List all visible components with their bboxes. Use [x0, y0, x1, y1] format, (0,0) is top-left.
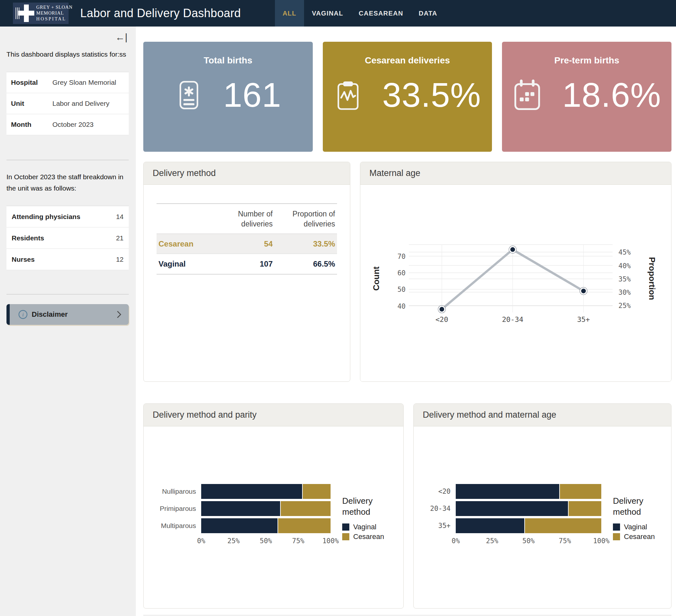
content-cutoff-line — [143, 615, 671, 615]
row-value: 21 — [116, 234, 123, 242]
x-tick-label: 35+ — [577, 316, 590, 324]
kpi-cesarean-deliveries: Cesarean deliveries 33.5% — [323, 42, 492, 152]
legend-swatch-icon — [342, 533, 349, 540]
bar-segment-cesarean[interactable] — [568, 501, 602, 516]
x-tick-label: 25% — [486, 537, 498, 545]
bar-segment-cesarean[interactable] — [280, 501, 331, 516]
page-title: Labor and Delivery Dashboard — [80, 6, 241, 20]
maternal-age-panel: Maternal age <20 20-34 35+ 40 50 60 70 2… — [360, 162, 671, 382]
legend-item: Vaginal — [613, 523, 671, 531]
y2-tick-label: 30% — [618, 289, 631, 296]
legend-label: Vaginal — [353, 523, 377, 531]
legend-swatch-icon — [342, 523, 349, 530]
staff-intro-text: In October 2023 the staff breakdown in t… — [6, 171, 129, 194]
bar-plot: Nulliparous Primiparous Multiparous 0%25… — [153, 484, 331, 551]
row-count: 54 — [210, 239, 273, 248]
table-row-vaginal: Vaginal 107 66.5% — [157, 254, 337, 274]
sidebar-divider — [6, 294, 129, 294]
bar-segment-cesarean[interactable] — [524, 518, 602, 533]
bar-segment-vaginal[interactable] — [201, 501, 280, 516]
bar-row: Primiparous — [153, 501, 331, 516]
disclaimer-button[interactable]: i Disclaimer — [6, 304, 129, 325]
row-label: Nurses — [12, 256, 35, 263]
col-header: Proportion of deliveries — [273, 209, 335, 229]
tab-data[interactable]: DATA — [411, 0, 445, 26]
category-label: Nulliparous — [153, 488, 201, 495]
table-header-row: Number of deliveries Proportion of deliv… — [157, 204, 337, 234]
data-point[interactable] — [510, 246, 516, 253]
tab-caesarean[interactable]: CAESAREAN — [351, 0, 411, 26]
kpi-total-births: Total births 161 — [143, 42, 313, 152]
bar-segment-cesarean[interactable] — [559, 484, 602, 499]
row-label: Vaginal — [159, 260, 210, 269]
data-point[interactable] — [439, 306, 445, 312]
panel-title: Maternal age — [360, 162, 671, 185]
x-axis: 0%25%50%75%100% — [456, 537, 601, 551]
clipboard-pulse-icon — [334, 78, 362, 113]
legend-item: Cesarean — [342, 533, 400, 541]
bar-row: Nulliparous — [153, 484, 331, 499]
y-tick-label: 50 — [397, 286, 406, 293]
row-value: 14 — [116, 213, 123, 221]
table-row-cesarean: Cesarean 54 33.5% — [157, 234, 337, 254]
dashboard-info-table: Hospital Grey Sloan Memorial Unit Labor … — [6, 72, 129, 135]
col-header: Number of deliveries — [210, 209, 273, 229]
kpi-value: 161 — [223, 75, 281, 115]
bar-segment-vaginal[interactable] — [456, 518, 524, 533]
bar-segment-vaginal[interactable] — [201, 484, 302, 499]
row-proportion: 33.5% — [273, 239, 335, 248]
delivery-parity-panel: Delivery method and parity Nulliparous P… — [143, 403, 404, 609]
delivery-method-table: Number of deliveries Proportion of deliv… — [157, 204, 337, 274]
bar-track — [456, 501, 601, 516]
app-header: GREY + SLOAN MEMORIAL HOSPITAL Labor and… — [0, 0, 676, 26]
x-tick-label: 100% — [323, 537, 339, 545]
bar-segment-vaginal[interactable] — [456, 484, 559, 499]
bar-segment-vaginal[interactable] — [456, 501, 568, 516]
bar-segment-cesarean[interactable] — [302, 484, 331, 499]
parity-stacked-bar-chart: Nulliparous Primiparous Multiparous 0%25… — [144, 484, 403, 551]
legend-label: Cesarean — [353, 533, 384, 541]
x-tick-label: 75% — [292, 537, 304, 545]
table-row: Month October 2023 — [6, 114, 129, 135]
age-stacked-bar-chart: <20 20-34 35+ 0%25%50%75%100% Delivery m… — [414, 484, 671, 551]
y-tick-label: 60 — [397, 269, 406, 277]
y2-tick-label: 25% — [618, 302, 631, 310]
kpi-preterm-births: Pre-term births 18.6% — [502, 42, 671, 152]
logo-stripes — [15, 7, 20, 19]
legend-item: Cesarean — [613, 533, 671, 541]
bar-track — [456, 484, 601, 499]
table-row: Unit Labor and Delivery — [6, 93, 129, 114]
sidebar-collapse-icon[interactable]: ←| — [115, 32, 127, 43]
row-label: Attending physicians — [12, 213, 80, 221]
row-label: Cesarean — [159, 239, 210, 248]
x-tick-label: 100% — [593, 537, 610, 545]
y-tick-label: 40 — [397, 302, 406, 310]
panel-title: Delivery method and maternal age — [414, 404, 671, 427]
info-icon: i — [18, 310, 28, 319]
bar-track — [201, 484, 331, 499]
legend-title: Delivery method — [613, 496, 653, 518]
x-tick-label: 50% — [522, 537, 534, 545]
tab-all[interactable]: ALL — [275, 0, 304, 26]
category-label: 20-34 — [423, 505, 456, 512]
row-proportion: 66.5% — [273, 260, 335, 269]
sidebar-intro-text: This dashboard displays statistics for:s… — [6, 49, 129, 60]
main-content: Total births 161 — [136, 26, 676, 616]
bar-segment-cesarean[interactable] — [278, 518, 331, 533]
bar-row: <20 — [423, 484, 601, 499]
kpi-title: Cesarean deliveries — [323, 55, 492, 66]
tab-vaginal[interactable]: VAGINAL — [304, 0, 351, 26]
y2-tick-label: 40% — [618, 262, 631, 270]
bar-row: 35+ — [423, 518, 601, 533]
panel-title: Delivery method — [144, 162, 350, 185]
y-axis-title: Count — [371, 266, 381, 290]
bar-segment-vaginal[interactable] — [201, 518, 278, 533]
kpi-value: 33.5% — [382, 75, 481, 115]
category-label: Multiparous — [153, 522, 201, 529]
hospital-cross-icon — [15, 5, 34, 22]
delivery-method-panel: Delivery method Number of deliveries Pro… — [143, 162, 350, 382]
data-point[interactable] — [580, 288, 586, 294]
nav-tabs: ALL VAGINAL CAESAREAN DATA — [275, 0, 445, 26]
row-value: October 2023 — [52, 121, 94, 128]
table-row: Hospital Grey Sloan Memorial — [6, 72, 129, 93]
